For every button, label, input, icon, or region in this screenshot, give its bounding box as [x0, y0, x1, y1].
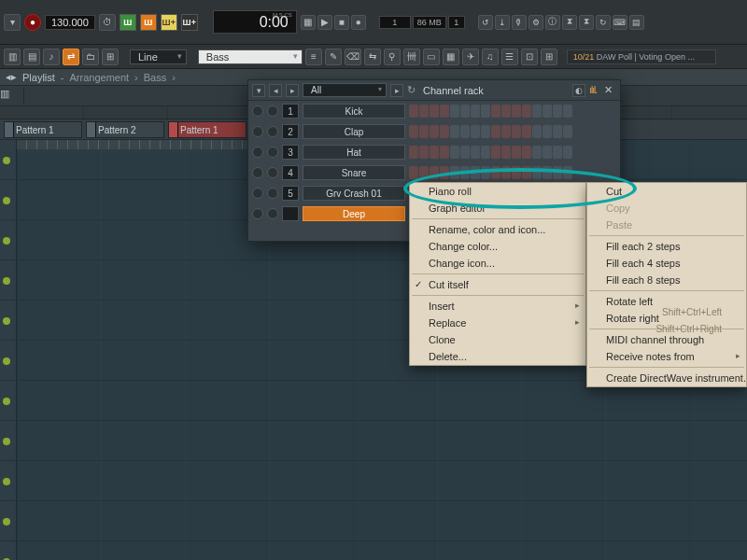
tool-3-icon[interactable]: ⌫ — [345, 49, 361, 65]
step-cell[interactable] — [501, 105, 511, 118]
pattern-clip[interactable]: Pattern 1 — [4, 121, 82, 138]
pan-knob[interactable] — [252, 208, 263, 219]
step-cell[interactable] — [563, 166, 572, 179]
step-cell[interactable] — [522, 146, 531, 159]
step-cell[interactable] — [419, 125, 429, 138]
menu-rename[interactable]: Rename, color and icon... — [410, 221, 585, 238]
step-cell[interactable] — [512, 125, 521, 138]
view-channel-button[interactable]: ♪ — [43, 49, 60, 65]
channel-name-button[interactable]: Snare — [303, 165, 405, 180]
track-mute-dot[interactable] — [3, 157, 10, 164]
step-cell[interactable] — [430, 125, 439, 138]
news-panel[interactable]: 10/21 DAW Poll | Voting Open ... — [567, 49, 716, 64]
menu-rotate-right[interactable]: Rotate rightShift+Ctrl+Right — [587, 310, 746, 327]
step-cell[interactable] — [522, 166, 531, 179]
rack-play-icon[interactable]: ▸ — [390, 84, 403, 97]
stop-button[interactable]: ■ — [334, 15, 349, 30]
rack-knob-icon[interactable]: ◐ — [572, 84, 585, 97]
step-cell[interactable] — [481, 146, 490, 159]
step-cell[interactable] — [440, 105, 449, 118]
vol-knob[interactable] — [267, 208, 278, 219]
view-playlist-button[interactable]: ▥ — [4, 49, 21, 65]
view-mixer-button[interactable]: ⇄ — [63, 49, 79, 65]
step-cell[interactable] — [553, 105, 562, 118]
pattern-selector[interactable]: Bass — [198, 49, 303, 64]
step-sequencer[interactable] — [409, 125, 572, 138]
render-icon[interactable]: 🎙 — [512, 15, 527, 30]
rack-menu-icon[interactable]: ▾ — [252, 84, 265, 97]
vol-knob[interactable] — [267, 188, 278, 199]
step-cell[interactable] — [491, 105, 500, 118]
playlist-tool-slot[interactable]: ▥ — [0, 88, 24, 105]
step-cell[interactable] — [440, 125, 449, 138]
tool-7-icon[interactable]: ▭ — [423, 49, 440, 65]
save-icon[interactable]: ⤓ — [495, 15, 510, 30]
step-cell[interactable] — [419, 146, 429, 159]
pattern-clip-selected[interactable]: Pattern 1 — [168, 121, 247, 138]
vol-knob[interactable] — [267, 105, 278, 117]
step-cell[interactable] — [543, 146, 552, 159]
step-cell[interactable] — [491, 125, 500, 138]
rack-next-icon[interactable]: ▸ — [286, 84, 299, 97]
menu-rotate-left[interactable]: Rotate leftShift+Ctrl+Left — [587, 293, 746, 310]
snap-dropdown[interactable]: Line — [130, 49, 187, 64]
view-browser-button[interactable]: 🗀 — [82, 49, 99, 65]
close-icon[interactable]: ✕ — [600, 84, 616, 96]
tool-12-icon[interactable]: ⊡ — [521, 49, 538, 65]
rack-loop-icon[interactable]: ↻ — [407, 84, 416, 96]
step-cell[interactable] — [522, 105, 531, 118]
step-cell[interactable] — [553, 166, 562, 179]
step-cell[interactable] — [450, 125, 459, 138]
channel-name-button[interactable]: Deep — [303, 206, 405, 221]
tool-4-icon[interactable]: ⇆ — [364, 49, 381, 65]
channel-number[interactable]: 3 — [282, 145, 299, 160]
step-cell[interactable] — [471, 125, 480, 138]
tempo-display[interactable]: 130.000 — [45, 15, 95, 30]
step-cell[interactable] — [491, 166, 500, 179]
pan-knob[interactable] — [252, 126, 263, 137]
step-cell[interactable] — [543, 125, 552, 138]
menu-clone[interactable]: Clone — [410, 331, 585, 348]
tool-5-icon[interactable]: ⚲ — [384, 49, 401, 65]
menu-cut[interactable]: Cut — [587, 183, 746, 200]
loop-rec-icon[interactable]: ↻ — [596, 15, 611, 30]
step-sequencer[interactable] — [409, 166, 572, 179]
tool-10-icon[interactable]: ♫ — [482, 49, 499, 65]
step-cell[interactable] — [501, 166, 511, 179]
step-cell[interactable] — [409, 166, 418, 179]
breadcrumb-arrangement[interactable]: Arrangement — [70, 72, 130, 83]
snap-flag-3[interactable]: Ш+ — [161, 14, 177, 31]
step-cell[interactable] — [532, 105, 542, 118]
step-cell[interactable] — [430, 146, 439, 159]
menu-cut-itself[interactable]: Cut itself — [410, 276, 585, 293]
step-cell[interactable] — [522, 125, 531, 138]
step-cell[interactable] — [532, 166, 542, 179]
channel-row[interactable]: 1Kick — [248, 101, 620, 121]
step-cell[interactable] — [481, 125, 490, 138]
step-cell[interactable] — [471, 105, 480, 118]
pan-knob[interactable] — [252, 105, 263, 117]
tool-1-icon[interactable]: ≡ — [305, 49, 322, 65]
step-cell[interactable] — [460, 146, 470, 159]
channel-name-button[interactable]: Grv Crash 01 — [303, 186, 405, 201]
track-header[interactable] — [0, 140, 17, 179]
pattern-mode-button[interactable]: ▦ — [301, 15, 316, 30]
step-cell[interactable] — [460, 166, 470, 179]
vol-knob[interactable] — [267, 167, 278, 178]
channel-name-button[interactable]: Hat — [303, 145, 405, 160]
menu-receive-notes[interactable]: Receive notes from — [587, 348, 746, 365]
pattern-clip[interactable]: Pattern 2 — [86, 121, 164, 138]
step-cell[interactable] — [563, 146, 572, 159]
menu-fill-2[interactable]: Fill each 2 steps — [587, 238, 746, 255]
menu-graph-editor[interactable]: Graph editor — [410, 200, 585, 217]
step-cell[interactable] — [532, 146, 542, 159]
channel-name-button[interactable]: Kick — [303, 104, 405, 119]
record-button[interactable]: ● — [24, 14, 41, 31]
menu-icon[interactable]: ▾ — [4, 14, 21, 31]
step-cell[interactable] — [419, 166, 429, 179]
menu-change-color[interactable]: Change color... — [410, 238, 585, 255]
menu-midi-through[interactable]: MIDI channel through — [587, 331, 746, 348]
step-edit-icon[interactable]: ▤ — [629, 15, 644, 30]
step-sequencer[interactable] — [409, 146, 572, 159]
step-cell[interactable] — [501, 125, 511, 138]
